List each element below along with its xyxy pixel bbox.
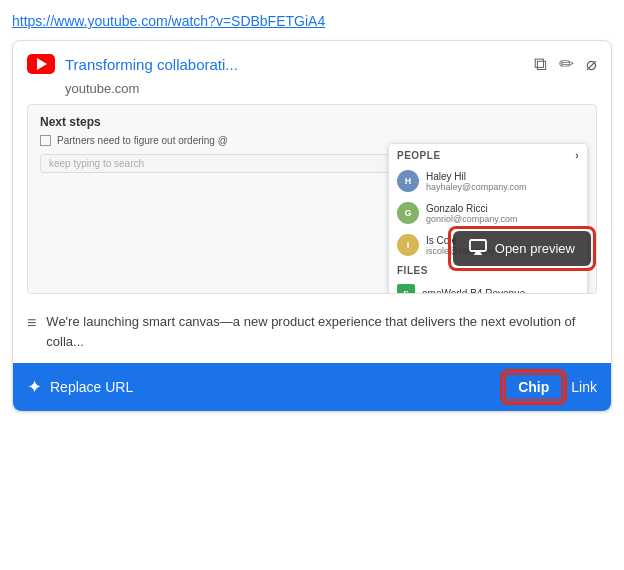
avatar-gonzalo: G <box>397 202 419 224</box>
person-item-haley: H Haley Hil hayhaley@company.com <box>389 165 587 197</box>
person-item-gonzalo: G Gonzalo Ricci gonriol@company.com <box>389 197 587 229</box>
card-action-buttons: ⧉ ✏ ⌀ <box>534 53 597 75</box>
people-section-header: PEOPLE › <box>389 144 587 165</box>
copy-icon[interactable]: ⧉ <box>534 54 547 75</box>
link-button[interactable]: Link <box>571 379 597 395</box>
svg-rect-2 <box>474 254 482 256</box>
link-preview-card: Transforming collaborati... ⧉ ✏ ⌀ youtub… <box>12 40 612 412</box>
card-title: Transforming collaborati... <box>65 56 524 73</box>
link-label: Link <box>571 379 597 395</box>
person-info-gonzalo: Gonzalo Ricci gonriol@company.com <box>426 203 518 224</box>
person-name-haley: Haley Hil <box>426 171 527 182</box>
preview-checkbox <box>40 135 51 146</box>
open-preview-label: Open preview <box>495 241 575 256</box>
description-icon: ≡ <box>27 314 36 332</box>
card-description-text: We're launching smart canvas—a new produ… <box>46 312 597 351</box>
preview-next-steps-title: Next steps <box>40 115 584 129</box>
file-name: omeWorld B4 Revenue <box>422 288 525 294</box>
person-email-gonzalo: gonriol@company.com <box>426 214 518 224</box>
files-section-label: FILES <box>397 265 428 276</box>
avatar-haley: H <box>397 170 419 192</box>
url-bar: https://www.youtube.com/watch?v=SDBbFETG… <box>12 12 612 30</box>
card-header: Transforming collaborati... ⧉ ✏ ⌀ <box>13 41 611 79</box>
card-preview-image: Next steps Partners need to figure out o… <box>27 104 597 294</box>
replace-url-label: Replace URL <box>50 379 133 395</box>
replace-url-button[interactable]: ✦ Replace URL <box>27 376 496 398</box>
avatar-is: I <box>397 234 419 256</box>
url-link[interactable]: https://www.youtube.com/watch?v=SDBbFETG… <box>12 13 325 29</box>
chevron-right-icon: › <box>575 150 579 161</box>
person-email-haley: hayhaley@company.com <box>426 182 527 192</box>
open-preview-overlay: Open preview <box>448 226 596 271</box>
people-section-label: PEOPLE <box>397 150 441 161</box>
card-domain: youtube.com <box>13 79 611 104</box>
unlink-icon[interactable]: ⌀ <box>586 53 597 75</box>
chip-label: Chip <box>518 379 549 395</box>
monitor-icon <box>469 239 487 255</box>
spreadsheet-icon: S <box>397 284 415 293</box>
bottom-action-bar: ✦ Replace URL Chip Link <box>13 363 611 411</box>
preview-content: Next steps Partners need to figure out o… <box>28 105 596 293</box>
youtube-play-triangle <box>37 58 47 70</box>
card-description-area: ≡ We're launching smart canvas—a new pro… <box>13 304 611 363</box>
chip-button[interactable]: Chip <box>504 373 563 401</box>
file-item: S omeWorld B4 Revenue <box>389 280 587 293</box>
person-info-haley: Haley Hil hayhaley@company.com <box>426 171 527 192</box>
person-name-gonzalo: Gonzalo Ricci <box>426 203 518 214</box>
svg-rect-0 <box>470 240 486 251</box>
monitor-icon-wrapper <box>469 239 487 258</box>
sparkle-icon: ✦ <box>27 376 42 398</box>
open-preview-button[interactable]: Open preview <box>453 231 591 266</box>
youtube-icon <box>27 54 55 74</box>
edit-icon[interactable]: ✏ <box>559 53 574 75</box>
